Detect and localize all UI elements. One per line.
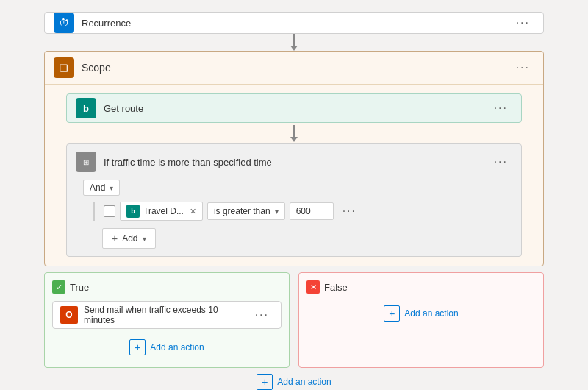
condition-row-menu[interactable]: ··· — [338, 203, 361, 219]
true-add-action-row[interactable]: + Add an action — [52, 335, 282, 360]
travel-chip-close[interactable]: ✕ — [190, 207, 196, 216]
condition-block: ⊞ If traffic time is more than specified… — [66, 143, 522, 257]
bottom-add-action-label: Add an action — [277, 377, 331, 387]
travel-chip-label: Travel D... — [143, 206, 184, 216]
and-label: And — [90, 182, 105, 193]
travel-bing-icon: b — [126, 205, 140, 218]
recurrence-title: Recurrence — [82, 18, 512, 29]
recurrence-block: ⏱ Recurrence ··· — [44, 12, 544, 34]
bottom-add-action-icon: + — [257, 374, 273, 390]
false-add-action-label: Add an action — [404, 308, 458, 319]
bing-icon: b — [76, 98, 96, 118]
condition-value[interactable]: 600 — [290, 202, 334, 220]
value-text: 600 — [296, 206, 311, 216]
true-false-row: ✓ True O Send mail when traffic exceeds … — [44, 272, 544, 368]
send-mail-title: Send mail when traffic exceeds 10 minute… — [84, 305, 251, 325]
plus-icon: + — [112, 233, 118, 244]
arrow-line — [293, 34, 295, 46]
get-route-menu-button[interactable]: ··· — [490, 100, 512, 116]
arrow-line-2 — [293, 125, 295, 137]
condition-menu-button[interactable]: ··· — [490, 154, 512, 170]
scope-menu-button[interactable]: ··· — [512, 60, 534, 76]
condition-operator[interactable]: is greater than ▾ — [207, 202, 285, 220]
send-mail-menu[interactable]: ··· — [251, 307, 273, 323]
condition-title: If traffic time is more than specified t… — [104, 157, 490, 168]
true-add-action-icon: + — [129, 339, 146, 355]
true-add-action-label: Add an action — [150, 342, 204, 352]
condition-checkbox[interactable] — [104, 205, 115, 217]
operator-chevron: ▾ — [275, 208, 279, 216]
false-add-action-plus: + — [389, 308, 395, 319]
arrow-connector-2 — [290, 123, 298, 143]
and-dropdown[interactable]: And ▾ — [83, 180, 120, 196]
false-panel-header: ✕ False — [306, 280, 536, 294]
false-panel: ✕ False + Add an action — [298, 272, 544, 368]
condition-logic: And ▾ b Travel D... ✕ is greater than ▾ — [83, 180, 512, 249]
true-panel-header: ✓ True — [52, 280, 282, 294]
page-container: ⏱ Recurrence ··· ❑ Scope ··· b Get route… — [0, 0, 588, 390]
outlook-icon: O — [60, 306, 78, 324]
true-panel: ✓ True O Send mail when traffic exceeds … — [44, 272, 290, 368]
scope-title: Scope — [82, 62, 512, 74]
false-add-action-icon: + — [384, 305, 400, 322]
false-badge: ✕ — [306, 280, 320, 294]
add-label: Add — [122, 233, 137, 244]
x-icon: ✕ — [310, 283, 317, 292]
scope-block: ❑ Scope ··· b Get route ··· — [44, 51, 544, 266]
and-chevron: ▾ — [110, 184, 113, 192]
bottom-add-action[interactable]: + Add an action — [257, 374, 331, 390]
bottom-plus-icon: + — [262, 376, 268, 388]
scope-icon: ❑ — [54, 57, 74, 78]
false-label: False — [324, 282, 348, 293]
bing-letter: b — [83, 103, 89, 114]
arrow-head-2 — [290, 137, 298, 142]
condition-icon: ⊞ — [76, 152, 96, 172]
true-label: True — [70, 282, 89, 293]
get-route-block: b Get route ··· — [66, 93, 522, 123]
get-route-title: Get route — [104, 103, 490, 114]
checkmark-icon: ✓ — [56, 283, 62, 292]
recurrence-menu-button[interactable]: ··· — [512, 15, 534, 31]
arrow-head — [290, 46, 298, 51]
send-mail-block: O Send mail when traffic exceeds 10 minu… — [52, 301, 282, 329]
scope-body: b Get route ··· ⊞ If traffic time is mor… — [45, 85, 543, 266]
add-action-plus: + — [135, 341, 140, 353]
add-btn-row: + Add ▾ — [102, 228, 512, 249]
recurrence-icon: ⏱ — [54, 13, 74, 33]
condition-icon-symbol: ⊞ — [83, 158, 89, 166]
true-badge: ✓ — [52, 280, 65, 294]
false-add-action-row[interactable]: + Add an action — [306, 301, 536, 326]
scope-header: ❑ Scope ··· — [45, 52, 543, 85]
clock-icon: ⏱ — [59, 17, 69, 29]
add-condition-button[interactable]: + Add ▾ — [102, 228, 156, 249]
scope-icon-symbol: ❑ — [60, 63, 68, 74]
condition-header: ⊞ If traffic time is more than specified… — [76, 152, 512, 172]
travel-chip: b Travel D... ✕ — [120, 202, 203, 221]
arrow-connector-1 — [290, 34, 298, 51]
condition-row: b Travel D... ✕ is greater than ▾ 600 ··… — [93, 202, 512, 221]
add-chevron: ▾ — [143, 235, 146, 243]
operator-label: is greater than — [214, 206, 270, 216]
